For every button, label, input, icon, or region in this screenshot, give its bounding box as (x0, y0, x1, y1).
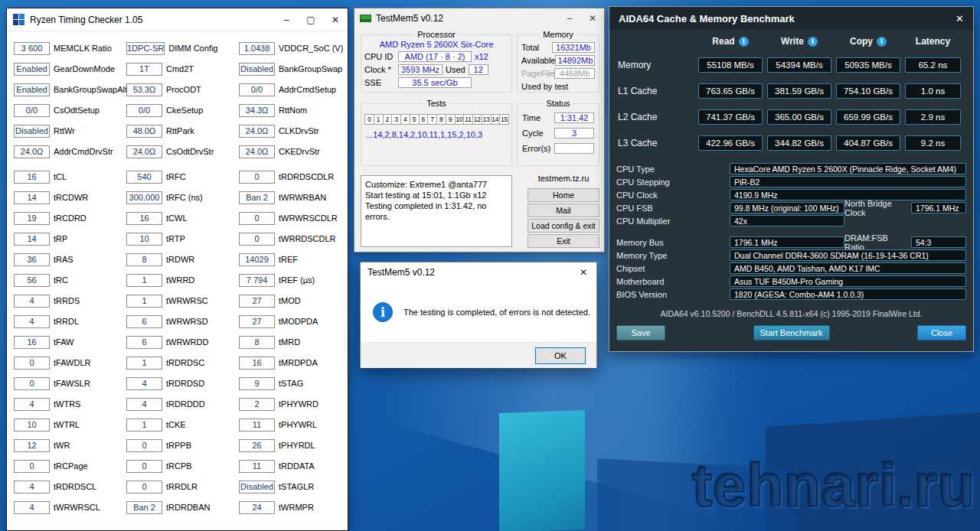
rtc-timing-label: tRCDRD (54, 213, 87, 223)
rtc-field-label: Cmd2T (166, 64, 194, 73)
save-button[interactable]: Save (616, 325, 665, 340)
home-button[interactable]: Home (528, 188, 599, 202)
benchmark-cell-write: 365.00 GB/s (767, 109, 831, 125)
memory-total-row: Total 16321Mb (521, 42, 595, 53)
rtc-timing-label: tRRDL (54, 317, 79, 326)
log-line: Start testing at 15:01, 1.1Gb x12 (365, 190, 508, 200)
rtc-timing-label: tRDRDSCL (54, 482, 96, 491)
motherboard-label: Motherboard (616, 277, 730, 286)
rtc-timing-value: 10 (126, 233, 162, 246)
cpu-id-mult: x12 (475, 52, 488, 61)
memory-pagefile-row: PageFile 4468Mb (521, 68, 595, 79)
bios-version-row: BIOS Version 1820 (AGESA: Combo-AM4 1.0.… (616, 288, 966, 301)
rtc-field-label: ProcODT (166, 85, 201, 94)
memory-type-value: Dual Channel DDR4-3600 SDRAM (16-19-14-3… (730, 249, 966, 261)
rtc-field-value: 53.3Ω (126, 83, 162, 96)
rtc-timing-value: 4 (126, 398, 162, 411)
benchmark-header-read: Read (696, 36, 765, 47)
rtc-timing-label: tWRWRSC (166, 296, 208, 305)
tests-groupbox: Tests 0 1 2 3 4 5 6 7 (361, 103, 512, 166)
sse-label: SSE (364, 78, 395, 87)
rtc-timing-field: 4 tWRWRSCL (14, 500, 126, 514)
cpu-id-row: CPU ID AMD (17 · 8 · 2) x12 (364, 50, 508, 62)
rtc-config-field: 24.0Ω CKEDrvStr (239, 145, 351, 158)
chipset-row: Chipset AMD B450, AMD Taishan, AMD K17 I… (616, 262, 966, 275)
rtc-timing-field: Ban 2 tWRWRBAN (239, 191, 351, 204)
wallpaper-watermark: tehnari.ru (692, 451, 975, 520)
total-label: Total (521, 43, 539, 52)
info-icon[interactable] (808, 37, 818, 47)
ok-button[interactable]: OK (535, 347, 586, 364)
rtc-field-value: 24.0Ω (14, 145, 50, 158)
memory-groupbox: Memory Total 16321Mb Available 14892Mb P… (517, 34, 599, 93)
rtc-timing-label: tWRWRSCL (54, 503, 100, 512)
rtc-config-field: 0/0 AddrCmdSetup (239, 83, 351, 96)
status-time-row: Time 1:31.42 (522, 112, 594, 123)
cpu-fsb-row: CPU FSB 99.8 MHz (original: 100 MHz) Nor… (616, 201, 966, 214)
close-button[interactable]: ✕ (956, 13, 964, 24)
rtc-timing-label: tRDRDSC (166, 358, 204, 367)
load-config-exit-button[interactable]: Load config & exit (528, 219, 599, 233)
testmem5-titlebar[interactable]: TestMem5 v0.12 – ✕ (354, 8, 604, 28)
close-button[interactable]: ✕ (323, 8, 348, 31)
rtc-field-value: 24.0Ω (239, 145, 275, 158)
rtc-timing-field: 11 tPHYWRL (239, 418, 351, 432)
processor-caption: Processor (414, 30, 459, 39)
maximize-button[interactable]: ▢ (299, 8, 323, 31)
rtc-timing-field: 4 tRRDS (14, 294, 126, 308)
close-button[interactable]: ✕ (570, 262, 596, 282)
rtc-timing-label: tRRDS (54, 296, 80, 305)
cpu-fsb-label: CPU FSB (616, 204, 730, 213)
mail-button[interactable]: Mail (528, 204, 599, 217)
benchmark-cell-write: 381.59 GB/s (767, 83, 831, 99)
rtc-timings-grid: 16 tCL 540 tRFC 0 tRDRDSCDLR 14 tRCDWR (7, 170, 348, 514)
latency-header-label: Latency (916, 36, 950, 47)
site-label: testmem.tz.ru (528, 174, 599, 183)
rtc-timing-field: 4 tRDRDDD (126, 397, 239, 411)
close-benchmark-button[interactable]: Close (917, 325, 966, 340)
benchmark-row-label: L3 Cache (616, 138, 696, 148)
benchmark-cell-read: 741.37 GB/s (698, 109, 763, 125)
cpu-stepping-row: CPU Stepping PiR-B2 (616, 175, 966, 188)
rtc-timing-value: 11 (239, 460, 275, 473)
rtc-timing-field: 0 tWRRDSCDLR (239, 232, 351, 246)
rtc-field-value: 1.0438 (239, 42, 275, 55)
rtc-timing-label: tFAWDLR (54, 358, 91, 367)
minimize-button[interactable]: – (274, 8, 299, 31)
rtc-timing-label: tRFC (ns) (166, 193, 203, 202)
benchmark-cell-read: 55108 MB/s (698, 57, 763, 73)
rtc-timing-field: 9 tSTAG (239, 376, 351, 390)
memory-type-label: Memory Type (616, 251, 730, 260)
minimize-button[interactable]: – (558, 8, 581, 28)
used-label: Used (446, 65, 466, 74)
rtc-field-label: MEMCLK Ratio (54, 44, 112, 53)
rtc-window-title: Ryzen Timing Checker 1.05 (30, 15, 142, 25)
info-icon[interactable] (739, 37, 749, 47)
cpu-name: AMD Ryzen 5 2600X Six-Core (361, 40, 511, 49)
info-icon[interactable] (877, 37, 887, 47)
rtc-timing-field: 27 tMOD (239, 294, 351, 308)
start-benchmark-button[interactable]: Start Benchmark (753, 325, 830, 340)
rtc-timing-value: 1 (126, 419, 162, 432)
wallpaper-cyan-shape (499, 410, 585, 531)
exit-button[interactable]: Exit (528, 234, 599, 248)
dialog-titlebar[interactable]: TestMem5 v0.12 ✕ (361, 262, 596, 282)
dialog-footer: OK (361, 342, 596, 368)
benchmark-cell-write: 54394 MB/s (767, 57, 831, 73)
rtc-timing-field: 8 tMRD (239, 335, 351, 349)
dram-fsb-ratio-value: 54:3 (911, 236, 966, 248)
dram-fsb-ratio-label: DRAM:FSB Ratio (844, 233, 911, 252)
rtc-field-value: 48.0Ω (126, 125, 162, 138)
aida64-version-footer: AIDA64 v6.10.5200 / BenchDLL 4.5.811-x64… (616, 309, 966, 318)
cycle-value: 3 (554, 128, 594, 138)
benchmark-cell-latency: 65.2 ns (905, 57, 961, 73)
rtc-timing-label: tWTRS (54, 399, 80, 409)
sse-value: 35.5 sec/Gb (398, 77, 472, 88)
rtc-titlebar[interactable]: Ryzen Timing Checker 1.05 – ▢ ✕ (7, 8, 348, 31)
close-button[interactable]: ✕ (581, 8, 604, 28)
dialog-caption-buttons: ✕ (570, 262, 596, 282)
rtc-timing-label: tPHYWRD (279, 399, 318, 409)
aida64-titlebar[interactable]: AIDA64 Cache & Memory Benchmark ✕ (609, 7, 973, 30)
rtc-timing-field: 1 tCKE (126, 418, 239, 432)
rtc-timing-field: 36 tRAS (14, 252, 126, 266)
